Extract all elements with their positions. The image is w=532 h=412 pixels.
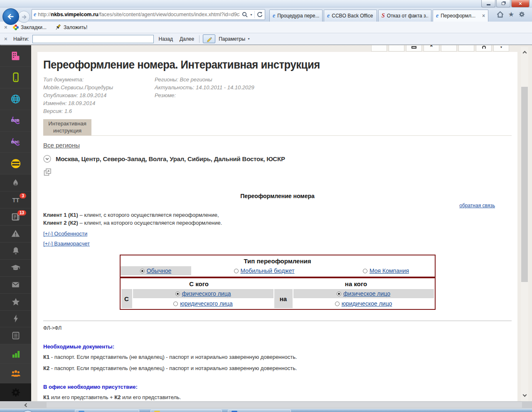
sidebar-item-mail[interactable] — [0, 277, 31, 294]
scroll-up-button[interactable] — [521, 49, 528, 56]
type-option-my-company[interactable]: Моя Компания — [337, 266, 435, 275]
sidebar-item-team[interactable] — [0, 364, 31, 383]
find-next-button[interactable]: Далее — [178, 35, 196, 43]
sidebar-item-mobile[interactable] — [0, 67, 31, 88]
ie-icon: e — [34, 11, 36, 18]
scrollbar-thumb[interactable] — [521, 87, 528, 282]
sidebar-item-training[interactable] — [0, 260, 31, 277]
scroll-down-button[interactable] — [521, 391, 528, 399]
sidebar-item-quick-actions[interactable] — [0, 311, 31, 328]
sidebar-item-statistics[interactable] — [0, 344, 31, 364]
print-icon[interactable] — [406, 45, 422, 52]
address-dropdown-icon[interactable]: ▼ — [250, 13, 253, 16]
address-bar[interactable]: e http://nkbs.vimpelcom.ru/faces/site/co… — [32, 9, 265, 20]
chevron-up-icon — [522, 51, 527, 55]
open-in-new-window-button[interactable] — [43, 168, 52, 178]
to-option-legal-entity[interactable]: юридическое лицо — [293, 299, 434, 308]
beeline-logo-icon — [10, 158, 22, 169]
tab-close-icon[interactable]: × — [482, 13, 485, 19]
home-icon[interactable] — [496, 11, 504, 18]
page-toolbar-button[interactable] — [458, 45, 474, 52]
bookmarks-bar-close-icon[interactable]: × — [4, 24, 10, 30]
star-icon — [10, 297, 21, 307]
window-minimize-button[interactable] — [481, 0, 495, 7]
window-restore-button[interactable] — [496, 0, 510, 7]
sidebar-item-alerts[interactable] — [0, 226, 31, 243]
refresh-icon[interactable] — [476, 45, 492, 52]
type-option-mobile-budget[interactable]: Мобильный бюджет — [191, 266, 337, 275]
window-close-button[interactable]: × — [511, 0, 530, 7]
tab-ccbo-back-office[interactable]: e CCBO Back Office — [324, 10, 377, 22]
sidebar-item-beeline[interactable] — [0, 153, 31, 174]
from-option-legal-entity[interactable]: юридического лица — [133, 299, 273, 308]
radio-icon[interactable] — [173, 302, 178, 306]
taskbar-button[interactable] — [228, 410, 291, 412]
highlight-all-button[interactable] — [203, 34, 215, 43]
taskbar-button[interactable] — [75, 410, 139, 412]
forward-button[interactable] — [18, 11, 30, 23]
sidebar-item-internet[interactable] — [0, 88, 31, 110]
pushpin-icon — [55, 24, 62, 31]
radio-selected-icon[interactable] — [175, 292, 180, 296]
sidebar-item-news[interactable]: 13 — [0, 208, 31, 226]
regions-expander[interactable]: Москва, Центр, Северо-Запад, Волга, Урал… — [43, 155, 512, 163]
sidebar-item-catalog[interactable] — [0, 327, 31, 344]
scrollbar-track[interactable] — [47, 402, 522, 408]
vertical-scrollbar[interactable] — [521, 47, 528, 401]
find-options-button[interactable]: Параметры ▼ — [219, 36, 250, 42]
all-regions-link[interactable]: Все регионы — [43, 142, 80, 149]
sidebar-item-tickets[interactable]: TT 3 — [0, 191, 31, 208]
find-back-button[interactable]: Назад — [157, 35, 175, 43]
refresh-icon[interactable] — [256, 11, 263, 18]
feedback-link[interactable]: обратная связь — [459, 203, 495, 208]
tab-interactive-instruction[interactable]: Интерактивная инструкция — [43, 119, 91, 135]
divider — [254, 11, 255, 18]
bell-icon — [11, 246, 21, 256]
to-header: на кого — [278, 280, 435, 287]
sidebar-item-company[interactable] — [0, 45, 31, 67]
radio-selected-icon[interactable] — [140, 269, 145, 273]
scroll-left-button[interactable] — [19, 402, 33, 408]
sidebar-item-settings[interactable] — [0, 383, 31, 402]
bookmarks-menu-button[interactable]: Закладки... — [12, 24, 47, 31]
page-toolbar-button[interactable] — [389, 45, 404, 52]
envelope-icon — [10, 280, 21, 290]
gear-icon — [10, 387, 21, 398]
sidebar-item-notifications[interactable] — [0, 243, 31, 260]
favorites-star-icon[interactable]: ★ — [508, 11, 514, 18]
sidebar-item-b2b[interactable]: B2B — [0, 110, 31, 132]
app-sidebar: B2B B2C TT 3 13 — [0, 45, 31, 402]
star-icon[interactable]: ★ — [424, 45, 439, 52]
search-icon[interactable] — [241, 11, 248, 18]
radio-icon[interactable] — [234, 269, 239, 273]
sidebar-item-hot[interactable] — [0, 174, 31, 191]
sidebar-item-favorites[interactable] — [0, 294, 31, 311]
radio-selected-icon[interactable] — [337, 292, 341, 296]
ie-icon: e — [327, 12, 330, 19]
find-input[interactable] — [32, 35, 154, 43]
toggle-settlement-link[interactable]: [+/-] Взаиморасчет — [43, 240, 90, 247]
to-option-individual[interactable]: физическое лицо — [293, 289, 434, 298]
start-orb-button[interactable] — [22, 410, 34, 412]
from-option-individual[interactable]: физического лица — [133, 289, 273, 298]
presence-requirement: К1 или его представитель + К2 или его пр… — [43, 393, 512, 401]
chevron-down-icon[interactable]: ▼ — [493, 45, 509, 52]
page-toolbar-button[interactable] — [371, 45, 387, 52]
taskbar-button[interactable] — [150, 410, 222, 412]
back-button[interactable] — [2, 8, 19, 25]
toggle-features-link[interactable]: [+/-] Особенности — [43, 231, 87, 237]
radio-icon[interactable] — [335, 302, 340, 306]
content-heading: Переоформление номера — [43, 193, 512, 199]
radio-icon[interactable] — [363, 269, 367, 273]
page-toolbar-button[interactable] — [441, 45, 457, 52]
from-prefix-cell: С — [121, 289, 132, 308]
settings-gear-icon[interactable] — [518, 11, 525, 18]
sidebar-item-b2c[interactable]: B2C — [0, 132, 31, 153]
horizontal-scrollbar[interactable] — [0, 401, 532, 409]
add-bookmark-button[interactable]: Заложить! — [55, 24, 87, 31]
tab-procedure[interactable]: e Процедура пере... — [269, 10, 323, 22]
type-option-regular[interactable]: Обычное — [121, 266, 191, 275]
tab-otkaz[interactable]: S Отказ от факта з... — [378, 10, 431, 22]
find-bar-close-icon[interactable]: × — [4, 36, 10, 42]
tab-pereoforml-active[interactable]: e Переоформл... × — [433, 10, 488, 22]
